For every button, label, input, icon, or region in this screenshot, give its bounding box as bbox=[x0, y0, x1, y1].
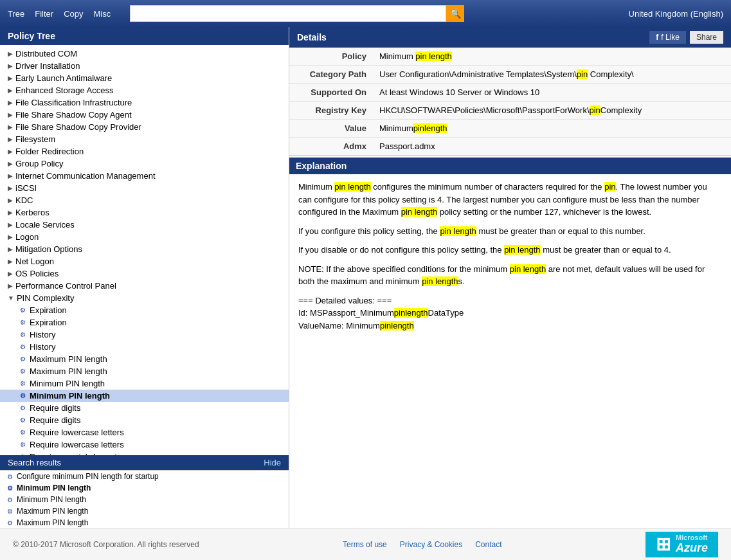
tree-item-require-lower-2[interactable]: ⚙ Require lowercase letters bbox=[0, 438, 289, 451]
tree-item-driver-installation[interactable]: ▶ Driver Installation bbox=[0, 60, 289, 72]
tree-item-kerberos[interactable]: ▶ Kerberos bbox=[0, 206, 289, 219]
tree-arrow: ▶ bbox=[8, 62, 13, 69]
tree-arrow: ▶ bbox=[8, 136, 13, 143]
tree-item-distributed-com[interactable]: ▶ Distributed COM bbox=[0, 48, 289, 60]
search-result-4[interactable]: ⚙ Maximum PIN length bbox=[0, 505, 289, 517]
search-results-area[interactable]: ⚙ Configure minimum PIN length for start… bbox=[0, 470, 289, 528]
category-value: User Configuration\Administrative Templa… bbox=[373, 66, 731, 84]
tree-item-net-logon[interactable]: ▶ Net Logon bbox=[0, 255, 289, 267]
nav-menu: Tree Filter Copy Misc bbox=[8, 9, 111, 19]
hide-search-button[interactable]: Hide bbox=[264, 458, 281, 467]
tree-item-require-digits-2[interactable]: ⚙ Require digits bbox=[0, 414, 289, 426]
policy-highlight: pin length bbox=[415, 51, 451, 61]
terms-link[interactable]: Terms of use bbox=[343, 540, 387, 549]
tree-item-require-special-1[interactable]: ⚙ Require special characters bbox=[0, 451, 289, 455]
explanation-header: Explanation bbox=[289, 156, 731, 174]
search-result-3[interactable]: ⚙ Minimum PIN length bbox=[0, 494, 289, 505]
tree-label: Maximum PIN length bbox=[30, 366, 107, 376]
tree-label: Performance Control Panel bbox=[15, 281, 116, 291]
nav-filter[interactable]: Filter bbox=[35, 9, 53, 19]
tree-label: Enhanced Storage Access bbox=[15, 86, 114, 95]
result-label: Minimum PIN length bbox=[17, 483, 91, 492]
search-button[interactable]: 🔍 bbox=[446, 5, 464, 22]
search-input[interactable]: pin length bbox=[130, 5, 446, 22]
explanation-para-1: Minimum pin length configures the minimu… bbox=[298, 181, 722, 219]
tree-arrow: ▶ bbox=[8, 221, 13, 228]
tree-label: Filesystem bbox=[15, 134, 55, 144]
tree-item-group-policy[interactable]: ▶ Group Policy bbox=[0, 158, 289, 170]
tree-label: Require lowercase letters bbox=[30, 440, 124, 449]
tree-item-mitigation-options[interactable]: ▶ Mitigation Options bbox=[0, 243, 289, 255]
tree-item-max-pin-2[interactable]: ⚙ Maximum PIN length bbox=[0, 365, 289, 377]
gear-icon: ⚙ bbox=[18, 379, 27, 388]
tree-item-expiration-2[interactable]: ⚙ Expiration bbox=[0, 316, 289, 329]
tree-item-min-pin-selected[interactable]: ⚙ Minimum PIN length bbox=[0, 390, 289, 402]
policy-tree[interactable]: ▶ Distributed COM ▶ Driver Installation … bbox=[0, 45, 289, 455]
share-button[interactable]: Share bbox=[690, 31, 723, 44]
footer-right: ⊞ Microsoft Azure bbox=[645, 532, 718, 557]
tree-item-history-2[interactable]: ⚙ History bbox=[0, 341, 289, 353]
search-result-1[interactable]: ⚙ Configure minimum PIN length for start… bbox=[0, 471, 289, 482]
tree-label: Logon bbox=[15, 232, 39, 242]
tree-item-history-1[interactable]: ⚙ History bbox=[0, 329, 289, 341]
explanation-para-2: If you configure this policy setting, th… bbox=[298, 225, 722, 238]
facebook-like-button[interactable]: f f Like bbox=[649, 31, 686, 44]
highlight-6: pin length bbox=[510, 264, 546, 274]
category-highlight: pin bbox=[577, 69, 588, 79]
tree-item-iscsi[interactable]: ▶ iSCSI bbox=[0, 182, 289, 194]
tree-arrow: ▶ bbox=[8, 270, 13, 277]
gear-icon: ⚙ bbox=[18, 367, 27, 376]
tree-item-logon[interactable]: ▶ Logon bbox=[0, 231, 289, 243]
explanation-para-5: === Detailed values: === Id: MSPassport_… bbox=[298, 294, 722, 332]
registry-value: HKCU\SOFTWARE\Policies\Microsoft\Passpor… bbox=[373, 102, 731, 120]
tree-item-pin-complexity[interactable]: ▼ PIN Complexity bbox=[0, 292, 289, 304]
policy-value: Minimum pin length bbox=[373, 48, 731, 66]
explanation-para-4: NOTE: If the above specified conditions … bbox=[298, 263, 722, 288]
windows-icon: ⊞ bbox=[656, 534, 671, 555]
tree-item-locale-services[interactable]: ▶ Locale Services bbox=[0, 219, 289, 231]
gear-icon: ⚙ bbox=[18, 343, 27, 352]
right-panel: Details f f Like Share Policy Minimum pi… bbox=[289, 27, 731, 528]
nav-copy[interactable]: Copy bbox=[64, 9, 83, 19]
tree-item-file-share-agent[interactable]: ▶ File Share Shadow Copy Agent bbox=[0, 109, 289, 121]
tree-arrow: ▼ bbox=[8, 294, 14, 302]
tree-item-file-classification[interactable]: ▶ File Classification Infrastructure bbox=[0, 96, 289, 109]
gear-icon: ⚙ bbox=[5, 483, 14, 492]
tree-item-file-share-provider[interactable]: ▶ File Share Shadow Copy Provider bbox=[0, 121, 289, 133]
gear-icon: ⚙ bbox=[18, 440, 27, 449]
tree-item-kdc[interactable]: ▶ KDC bbox=[0, 194, 289, 206]
tree-item-min-pin-1[interactable]: ⚙ Minimum PIN length bbox=[0, 377, 289, 390]
privacy-link[interactable]: Privacy & Cookies bbox=[400, 540, 462, 549]
search-result-2[interactable]: ⚙ Minimum PIN length bbox=[0, 482, 289, 494]
tree-label: History bbox=[30, 330, 55, 339]
category-label: Category Path bbox=[289, 66, 373, 84]
tree-item-require-lower-1[interactable]: ⚙ Require lowercase letters bbox=[0, 426, 289, 438]
tree-item-early-launch[interactable]: ▶ Early Launch Antimalware bbox=[0, 72, 289, 84]
tree-item-performance-control[interactable]: ▶ Performance Control Panel bbox=[0, 280, 289, 292]
tree-item-max-pin-1[interactable]: ⚙ Maximum PIN length bbox=[0, 353, 289, 365]
admx-label: Admx bbox=[289, 138, 373, 156]
explanation-body[interactable]: Minimum pin length configures the minimu… bbox=[289, 174, 731, 528]
nav-tree[interactable]: Tree bbox=[8, 9, 24, 19]
search-result-5[interactable]: ⚙ Maximum PIN length bbox=[0, 517, 289, 528]
tree-item-expiration-1[interactable]: ⚙ Expiration bbox=[0, 304, 289, 316]
nav-misc[interactable]: Misc bbox=[94, 9, 111, 19]
supported-value: At least Windows 10 Server or Windows 10 bbox=[373, 84, 731, 102]
footer-links: Terms of use Privacy & Cookies Contact bbox=[343, 540, 501, 549]
gear-icon: ⚙ bbox=[18, 428, 27, 437]
tree-item-filesystem[interactable]: ▶ Filesystem bbox=[0, 133, 289, 145]
value-label: Value bbox=[289, 120, 373, 138]
tree-item-folder-redirection[interactable]: ▶ Folder Redirection bbox=[0, 145, 289, 158]
tree-label: Internet Communication Management bbox=[15, 171, 156, 181]
tree-item-internet-comm[interactable]: ▶ Internet Communication Management bbox=[0, 170, 289, 182]
search-results-title: Search results bbox=[8, 458, 61, 467]
tree-item-enhanced-storage[interactable]: ▶ Enhanced Storage Access bbox=[0, 84, 289, 96]
contact-link[interactable]: Contact bbox=[475, 540, 501, 549]
right-content: Policy Minimum pin length Category Path … bbox=[289, 48, 731, 528]
gear-icon: ⚙ bbox=[5, 495, 14, 504]
tree-item-require-digits-1[interactable]: ⚙ Require digits bbox=[0, 402, 289, 414]
highlight-3: pin length bbox=[401, 207, 437, 217]
tree-label: Minimum PIN length bbox=[30, 379, 105, 388]
tree-arrow: ▶ bbox=[8, 282, 13, 289]
tree-item-os-policies[interactable]: ▶ OS Policies bbox=[0, 267, 289, 280]
